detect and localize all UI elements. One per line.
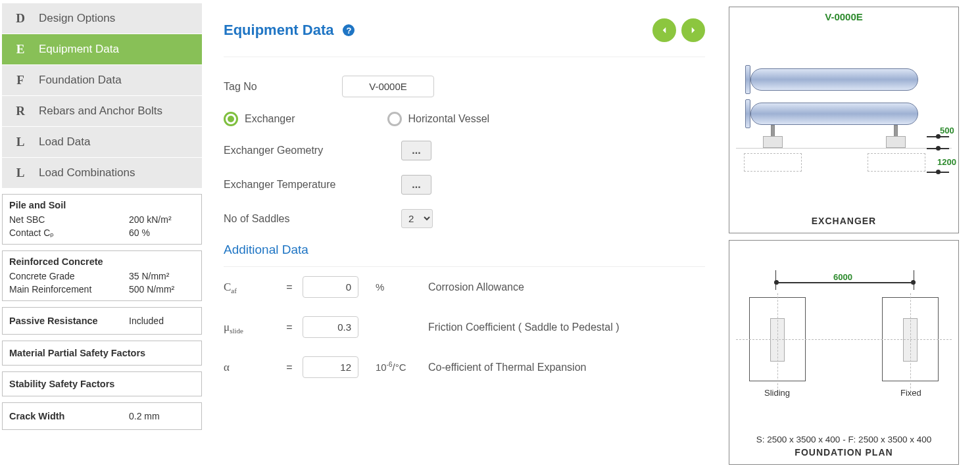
description: Corrosion Allowance: [424, 281, 705, 293]
diagram-tag: V-0000E: [729, 11, 958, 22]
card-title: Passive Resistance: [9, 314, 98, 327]
leg-icon: [894, 125, 898, 137]
description: Co-efficient of Thermal Expansion: [424, 362, 705, 373]
radio-icon: [387, 112, 402, 126]
symbol: Caf: [224, 281, 276, 294]
row-tag-no: Tag No: [224, 76, 705, 97]
row-corrosion-allowance: Caf = % Corrosion Allowance: [224, 276, 705, 298]
help-icon[interactable]: ?: [343, 24, 355, 36]
prev-button[interactable]: [652, 18, 676, 42]
dim-dot-icon: [936, 146, 941, 151]
diagram-exchanger: V-0000E 500 1200 EXCHANGER: [729, 7, 959, 233]
saddles-select[interactable]: 2: [401, 209, 433, 228]
field-label: Exchanger Geometry: [224, 145, 401, 156]
card-material-partial-safety-factors[interactable]: Material Partial Safety Factors: [2, 341, 202, 366]
radio-horizontal-vessel[interactable]: Horizontal Vessel: [387, 112, 490, 126]
card-reinforced-concrete[interactable]: Reinforced Concrete Concrete Grade 35 N/…: [2, 250, 202, 301]
dim-500: 500: [940, 126, 954, 135]
unit: %: [358, 281, 424, 293]
card-title: Crack Width: [9, 410, 64, 423]
page-header: Equipment Data ?: [224, 18, 705, 57]
tag-no-label: Tag No: [224, 81, 342, 93]
radio-icon: [224, 112, 238, 126]
nav-label: Equipment Data: [39, 43, 202, 56]
next-button[interactable]: [681, 18, 705, 42]
friction-coefficient-input[interactable]: [303, 316, 358, 338]
row-label: Main Reinforcement: [9, 283, 91, 296]
diagram-panel: V-0000E 500 1200 EXCHANGER: [725, 0, 963, 474]
card-row: Net SBC 200 kN/m²: [9, 213, 195, 226]
nav-label: Foundation Data: [39, 74, 202, 87]
page-title-text: Equipment Data: [224, 22, 333, 39]
row-value: 500 N/mm²: [129, 283, 195, 296]
card-stability-safety-factors[interactable]: Stability Safety Factors: [2, 371, 202, 396]
main-content: Equipment Data ? Tag No Exchanger Horizo…: [204, 0, 725, 474]
row-value: 200 kN/m²: [129, 213, 195, 226]
card-passive-resistance[interactable]: Passive Resistance Included: [2, 307, 202, 335]
tag-no-input[interactable]: [342, 76, 434, 97]
equals: =: [276, 281, 303, 293]
dashed-footing-icon: [744, 153, 802, 172]
dim-line: [914, 270, 914, 290]
nav-foundation-data[interactable]: F Foundation Data: [2, 65, 202, 95]
center-line: [736, 339, 952, 340]
exchanger-geometry-button[interactable]: ...: [401, 141, 431, 160]
row-value: 35 N/mm²: [129, 270, 195, 283]
radio-label: Horizontal Vessel: [408, 113, 490, 125]
nav-label: Load Data: [39, 135, 202, 149]
flange-icon: [745, 65, 750, 94]
card-title: Material Partial Safety Factors: [9, 348, 195, 358]
nav-key: D: [2, 11, 39, 26]
label-fixed: Fixed: [900, 388, 921, 398]
corrosion-allowance-input[interactable]: [303, 276, 358, 298]
diagram-foundation-plan: 6000 Sliding Fixed S: 2500 x 3500 x 400 …: [729, 240, 959, 465]
dim-line: [775, 270, 776, 290]
nav-label: Design Options: [39, 12, 202, 25]
field-label: Exchanger Temperature: [224, 179, 401, 191]
radio-exchanger[interactable]: Exchanger: [224, 112, 295, 126]
nav-design-options[interactable]: D Design Options: [2, 3, 202, 34]
description: Friction Coefficient ( Saddle to Pedesta…: [424, 321, 705, 333]
row-friction-coefficient: μslide = Friction Coefficient ( Saddle t…: [224, 316, 705, 338]
page-nav: [652, 18, 705, 42]
row-value: Included: [129, 314, 195, 327]
card-pile-and-soil[interactable]: Pile and Soil Net SBC 200 kN/m² Contact …: [2, 194, 202, 245]
ground-line: [736, 148, 952, 149]
dim-line: [777, 282, 913, 283]
diagram-caption: EXCHANGER: [729, 216, 958, 226]
card-row: Contact Cₚ 60 %: [9, 226, 195, 239]
field-label: No of Saddles: [224, 213, 401, 225]
card-title: Stability Safety Factors: [9, 379, 195, 389]
pipe-icon: [750, 103, 918, 125]
equals: =: [276, 321, 303, 333]
pipe-icon: [750, 68, 918, 91]
row-exchanger-temperature: Exchanger Temperature ...: [224, 175, 705, 195]
pedestal-icon: [886, 136, 906, 148]
symbol: α: [224, 361, 276, 374]
nav-load-combinations[interactable]: L Load Combinations: [2, 158, 202, 188]
row-value: 0.2 mm: [129, 410, 195, 423]
arrow-right-icon: [687, 24, 699, 36]
nav-rebars-anchor-bolts[interactable]: R Rebars and Anchor Bolts: [2, 96, 202, 126]
row-no-of-saddles: No of Saddles 2: [224, 209, 705, 228]
unit: 10-6/°C: [358, 362, 424, 373]
exchanger-temperature-button[interactable]: ...: [401, 175, 431, 195]
card-row: Concrete Grade 35 N/mm²: [9, 270, 195, 283]
row-exchanger-geometry: Exchanger Geometry ...: [224, 141, 705, 160]
nav-load-data[interactable]: L Load Data: [2, 127, 202, 157]
equals: =: [276, 362, 303, 373]
symbol: μslide: [224, 321, 276, 334]
sidebar: D Design Options E Equipment Data F Foun…: [0, 0, 204, 474]
radio-label: Exchanger: [245, 113, 295, 125]
dashed-footing-icon: [868, 153, 925, 172]
card-title: Reinforced Concrete: [9, 256, 195, 267]
nav-key: F: [2, 73, 39, 87]
nav-equipment-data[interactable]: E Equipment Data: [2, 34, 202, 64]
nav-label: Load Combinations: [39, 166, 202, 179]
card-crack-width[interactable]: Crack Width 0.2 mm: [2, 402, 202, 430]
pedestal-icon: [763, 136, 783, 148]
nav-label: Rebars and Anchor Bolts: [39, 105, 202, 118]
thermal-expansion-input[interactable]: [303, 356, 358, 378]
page-title: Equipment Data ?: [224, 22, 355, 39]
dim-dot-icon: [936, 170, 941, 174]
